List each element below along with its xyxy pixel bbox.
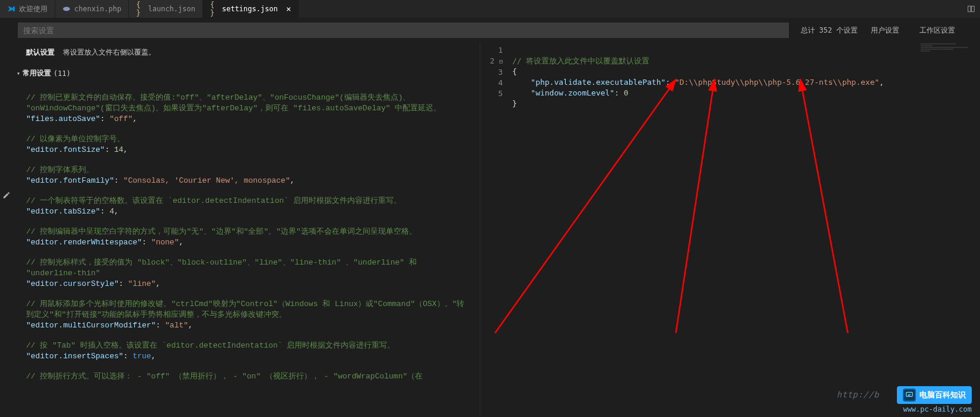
line-number: 1 [480,45,503,56]
braces-icon: { } [136,5,144,13]
code-brace: } [512,99,517,108]
monitor-icon [903,389,916,402]
section-count: (11) [53,69,71,78]
setting-comment: 到定义"和"打开链接"功能的鼠标手势将相应调整，不与多光标修改键冲突。 [26,310,287,319]
code-value: "D:\\phpStudy\\php\\php-5.6.27-nts\\php.… [675,78,879,87]
scope-user-settings[interactable]: 用户设置 [864,23,906,38]
code-content[interactable]: // 将设置放入此文件中以覆盖默认设置 { "php.validate.exec… [512,45,980,120]
edit-pencil-icon[interactable] [2,191,11,201]
tab-bar: 欢迎使用 chenxin.php { } launch.json { } set… [0,0,980,18]
tab-welcome[interactable]: 欢迎使用 [0,0,55,18]
default-settings-title: 默认设置 [26,48,55,56]
settings-count: 总计 352 个设置 [801,26,858,36]
setting-comment: // 以像素为单位控制字号。 [26,135,125,144]
setting-value: "alt" [165,321,188,330]
code-comment: // 将设置放入此文件中以覆盖默认设置 [512,56,649,65]
setting-key: "editor.renderWhitespace" [26,238,142,247]
setting-value: "off" [109,114,132,123]
watermark-text: 电脑百科知识 [919,390,966,400]
setting-key: "editor.multiCursorModifier" [26,321,156,330]
setting-value: true [132,352,151,361]
split-editor-icon[interactable] [967,5,975,13]
ghost-url-text: http://b [837,390,879,399]
setting-key: "editor.cursorStyle" [26,279,119,288]
php-icon [62,5,71,13]
setting-comment: // 用鼠标添加多个光标时使用的修改键。"ctrlCmd"映射为"Control… [26,300,464,308]
fold-icon[interactable]: ⊟ [497,56,503,67]
code-key: "php.validate.executablePath" [531,78,665,87]
minimap[interactable] [921,43,980,78]
default-settings-pane: 默认设置 将设置放入文件右侧以覆盖。 ▾ 常用设置 (11) // 控制已更新文… [0,43,480,417]
watermark: 电脑百科知识 www.pc-daily.com [897,386,972,413]
split-panes: 默认设置 将设置放入文件右侧以覆盖。 ▾ 常用设置 (11) // 控制已更新文… [0,43,980,417]
section-title: 常用设置 [23,68,51,78]
setting-key: "editor.fontSize" [26,145,105,154]
setting-key: "editor.fontFamily" [26,176,114,185]
section-common-settings[interactable]: ▾ 常用设置 (11) [0,61,480,81]
vscode-icon [7,5,15,13]
tab-chenxin-php[interactable]: chenxin.php [55,0,129,18]
user-settings-pane: 1 2⊟ 3 4 5 // 将设置放入此文件中以覆盖默认设置 { "php.va… [480,43,980,417]
chevron-down-icon: ▾ [17,70,20,77]
tab-settings-json[interactable]: { } settings.json × [203,0,299,18]
tab-label: chenxin.php [74,5,121,13]
code-key: "window.zoomLevel" [531,88,614,97]
line-number: 5 [480,88,503,99]
search-input[interactable] [18,23,789,38]
line-gutter: 1 2⊟ 3 4 5 [480,45,512,120]
setting-comment: // 控制已更新文件的自动保存。接受的值:"off"、"afterDelay"、… [26,93,410,102]
setting-comment: // 按 "Tab" 时插入空格。该设置在 `editor.detectInde… [26,341,395,350]
svg-point-0 [63,7,70,11]
setting-comment: // 控制编辑器中呈现空白字符的方式，可能为"无"、"边界"和"全部"。"边界"… [26,227,417,236]
braces-icon: { } [210,5,218,13]
tab-label: 欢迎使用 [19,4,47,14]
watermark-url: www.pc-daily.com [897,405,972,413]
code-value: 0 [624,88,629,97]
default-settings-body: // 控制已更新文件的自动保存。接受的值:"off"、"afterDelay"、… [0,81,480,382]
setting-comment: // 控制光标样式，接受的值为 "block"、"block-outline"、… [26,258,417,267]
setting-value: "Consolas, 'Courier New', monospace" [123,176,290,185]
tab-label: launch.json [148,5,195,13]
default-settings-hint: 将设置放入文件右侧以覆盖。 [63,48,156,56]
line-number: 3 [480,67,503,78]
close-icon[interactable]: × [286,4,291,14]
svg-rect-2 [972,6,975,11]
line-number: 4 [480,78,503,88]
setting-comment: // 一个制表符等于的空格数。该设置在 `editor.detectIndent… [26,196,401,205]
setting-value: "none" [151,238,179,247]
setting-key: "editor.insertSpaces" [26,352,123,361]
line-number: 2 [490,56,494,65]
setting-comment: "onWindowChange"(窗口失去焦点)。如果设置为"afterDela… [26,104,441,113]
default-settings-header: 默认设置 将设置放入文件右侧以覆盖。 [0,47,480,61]
tab-launch-json[interactable]: { } launch.json [129,0,202,18]
tab-label: settings.json [222,5,278,13]
setting-comment: // 控制折行方式。可以选择： - "off" （禁用折行）， - "on" （… [26,372,423,381]
code-editor[interactable]: 1 2⊟ 3 4 5 // 将设置放入此文件中以覆盖默认设置 { "php.va… [480,43,980,120]
watermark-badge: 电脑百科知识 [897,386,972,404]
setting-key: "editor.tabSize" [26,207,100,216]
svg-rect-1 [968,6,971,11]
setting-value: "line" [128,279,156,288]
setting-value: 14 [114,145,123,154]
setting-comment: // 控制字体系列。 [26,165,94,174]
scope-workspace-settings[interactable]: 工作区设置 [912,23,962,38]
setting-comment: "underline-thin" [26,269,100,278]
setting-key: "files.autoSave" [26,114,100,123]
code-brace: { [512,67,517,76]
settings-search-row: 总计 352 个设置 用户设置 工作区设置 [0,18,980,43]
